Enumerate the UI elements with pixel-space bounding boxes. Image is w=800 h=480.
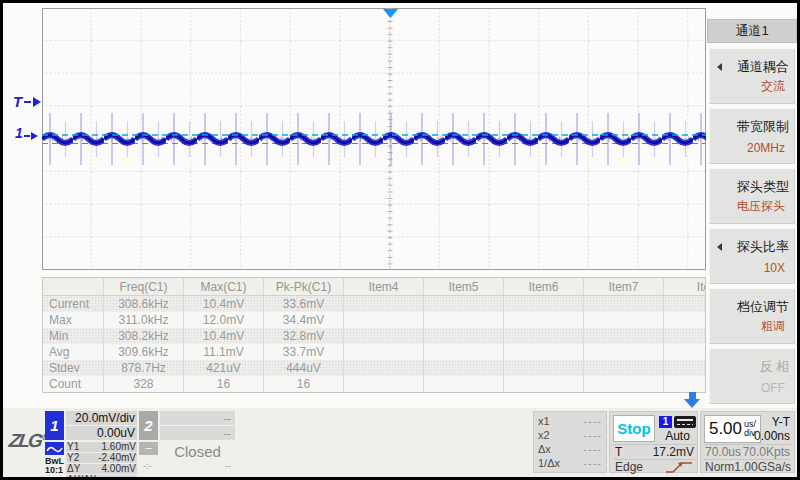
menu-item-label: 探头比率: [737, 238, 789, 256]
y2-label: Y2: [67, 453, 79, 463]
cell: [504, 328, 584, 344]
row-label: Stdev: [43, 360, 104, 376]
dy-value: 4.00mV: [102, 464, 136, 474]
trigger-arrow-icon: [24, 101, 31, 103]
cell: 444uV: [264, 360, 344, 376]
channel1-ground-marker[interactable]: 1: [15, 125, 38, 141]
menu-item-probe-ratio[interactable]: 探头比率 10X: [709, 228, 795, 284]
menu-item-bandwidth[interactable]: 带宽限制 20MHz: [709, 108, 795, 164]
cell: 308.6kHz: [104, 296, 184, 312]
table-row: Max 311.0kHz 12.0mV 34.4mV: [43, 312, 705, 328]
cell: 10.4mV: [184, 328, 264, 344]
inv-dx-label: 1/Δx: [538, 456, 560, 470]
waveform-svg: [42, 8, 706, 270]
display-area: T 1: [3, 3, 797, 477]
cell: [424, 296, 504, 312]
rising-edge-icon: [664, 461, 694, 474]
menu-page-down-icon[interactable]: [684, 392, 701, 408]
cell: [504, 376, 584, 392]
table-row: Min 308.2kHz 10.4mV 32.8mV: [43, 328, 705, 344]
channel2-offset: --: [160, 426, 235, 440]
measurement-table: Freq(C1) Max(C1) Pk-Pk(C1) Item4 Item5 I…: [42, 277, 706, 393]
cell: [584, 312, 664, 328]
menu-item-value: 交流: [761, 78, 785, 95]
menu-item-label: 探头类型: [737, 178, 789, 196]
cell: 32.8mV: [264, 328, 344, 344]
probe-ratio-indicator: 10:1: [45, 465, 63, 475]
cell: [664, 344, 706, 360]
cell: 10.4mV: [184, 296, 264, 312]
menu-item-gear-adjust[interactable]: 档位调节 粗调: [709, 288, 795, 344]
header-cell: Freq(C1): [104, 278, 184, 295]
channel1-arrow-icon: [31, 132, 38, 140]
channel2-scale: --: [160, 411, 235, 425]
timebase-scale-box: 5.00 us/div: [704, 415, 761, 443]
status-bar: ZLG® 1 20.0mV/div 0.00uV BwL 10:1 Y11.60…: [3, 408, 797, 477]
y1-value: 1.60mV: [102, 442, 136, 452]
x1-value: ----: [583, 414, 602, 428]
table-row: Stdev 878.7Hz 421uV 444uV: [43, 360, 705, 376]
cell: 421uV: [184, 360, 264, 376]
trigger-source-badge: 1: [659, 416, 672, 428]
cell: [424, 344, 504, 360]
header-cell: Item5: [424, 278, 504, 295]
menu-item-value: 电压探头: [737, 198, 785, 215]
trigger-level-key: T: [615, 445, 622, 459]
acquire-mode: Norm: [705, 460, 734, 474]
channel2-misc: -:-: [143, 461, 152, 471]
cell: [664, 296, 706, 312]
cell: [584, 360, 664, 376]
cell: [584, 328, 664, 344]
cell: 34.4mV: [264, 312, 344, 328]
cell: 328: [104, 376, 184, 392]
cell: [584, 344, 664, 360]
cell: [504, 344, 584, 360]
cell: [344, 344, 424, 360]
menu-item-probe-type[interactable]: 探头类型 电压探头: [709, 168, 795, 224]
cell: [344, 296, 424, 312]
cell: 308.2kHz: [104, 328, 184, 344]
cell: 311.0kHz: [104, 312, 184, 328]
arrow-stem: [689, 392, 696, 399]
dy-label: ΔY: [67, 464, 80, 474]
trigger-status-block[interactable]: Stop 1 Auto T 17.2mV Edge: [609, 411, 698, 473]
ac-coupling-icon: [45, 442, 64, 455]
row-label: Avg: [43, 344, 104, 360]
cell: [504, 312, 584, 328]
capture-span: 70.0us: [705, 445, 741, 459]
submenu-arrow-icon: [717, 243, 722, 251]
channel2-status-block[interactable]: 2 -- -- – Closed -:- --: [139, 411, 235, 473]
cell: [344, 360, 424, 376]
menu-item-label: 反 相: [759, 358, 789, 376]
menu-title: 通道1: [707, 19, 797, 43]
x2-label: x2: [538, 428, 550, 442]
channel1-scale: 20.0mV/div: [66, 411, 137, 425]
menu-item-coupling[interactable]: 通道耦合 交流: [709, 48, 795, 104]
header-cell: Item4: [344, 278, 424, 295]
trigger-level-marker[interactable]: T: [13, 93, 41, 110]
table-row: Current 308.6kHz 10.4mV 33.6mV: [43, 296, 705, 312]
header-cell: Item6: [504, 278, 584, 295]
row-label: Current: [43, 296, 104, 312]
menu-item-invert[interactable]: 反 相 OFF: [709, 348, 795, 404]
oscilloscope-screen: T 1: [0, 0, 800, 480]
cell: [504, 360, 584, 376]
cell: 878.7Hz: [104, 360, 184, 376]
display-mode: Y-T: [754, 415, 790, 429]
cell: 309.6kHz: [104, 344, 184, 360]
cell: [424, 360, 504, 376]
cell: [424, 376, 504, 392]
waveform-display: [42, 8, 706, 270]
submenu-arrow-icon: [717, 63, 722, 71]
x1-label: x1: [538, 414, 550, 428]
trigger-delay: 0.00ns: [754, 429, 790, 443]
channel1-arrow-icon: [24, 135, 30, 137]
channel1-status-block[interactable]: 1 20.0mV/div 0.00uV BwL 10:1 Y11.60mV Y2…: [45, 411, 137, 473]
arrow-head: [684, 399, 700, 408]
channel2-badge: 2: [139, 411, 158, 440]
menu-item-label: 带宽限制: [737, 118, 789, 136]
row-label: Max: [43, 312, 104, 328]
menu-item-value: OFF: [761, 381, 785, 395]
timebase-block[interactable]: 5.00 us/div Y-T 0.00ns 70.0us 70.0Kpts N…: [700, 411, 795, 473]
cell: 16: [184, 376, 264, 392]
